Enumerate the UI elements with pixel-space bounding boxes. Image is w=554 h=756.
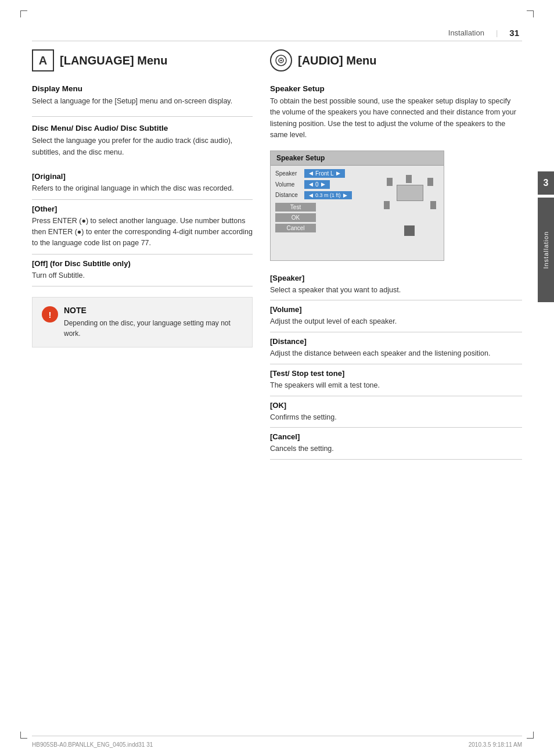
side-tab: Installation: [538, 198, 554, 302]
audio-ok-text: Confirms the setting.: [270, 412, 522, 423]
speaker-row-speaker: Speaker ◀ Front L ▶: [275, 169, 377, 178]
speaker-setup-section: Speaker Setup To obtain the best possibl…: [270, 84, 522, 141]
display-menu-section: Display Menu Select a language for the […: [32, 84, 253, 107]
volume-value-text: 0: [315, 181, 319, 188]
language-section-header: A [LANGUAGE] Menu: [32, 49, 253, 71]
corner-br: [527, 732, 534, 739]
note-icon-symbol: !: [49, 310, 52, 320]
language-item-original: [Original] Refers to the original langua…: [32, 167, 253, 199]
audio-test-text: The speakers will emit a test tone.: [270, 380, 522, 391]
right-column: [AUDIO] Menu Speaker Setup To obtain the…: [270, 49, 522, 724]
speaker-setup-heading: Speaker Setup: [270, 84, 522, 93]
note-content: NOTE Depending on the disc, your languag…: [64, 306, 243, 339]
speaker-value-text: Front L: [315, 170, 334, 177]
speaker-value: ◀ Front L ▶: [304, 169, 345, 178]
audio-section-title: [AUDIO] Menu: [298, 54, 377, 67]
audio-cancel-text: Cancels the setting.: [270, 443, 522, 454]
audio-item-test: [Test/ Stop test tone] The speakers will…: [270, 364, 522, 396]
page-footer: HB905SB-A0.BPANLLK_ENG_0405.indd31 31 20…: [32, 736, 522, 750]
display-menu-text: Select a language for the [Setup] menu a…: [32, 96, 253, 107]
volume-label: Volume: [275, 181, 304, 188]
audio-section-header: [AUDIO] Menu: [270, 49, 522, 71]
speaker-center: [406, 175, 412, 183]
side-number-text: 3: [544, 178, 549, 188]
other-text: Press ENTER (●) to select another langua…: [32, 216, 253, 249]
audio-item-volume: [Volume] Adjust the output level of each…: [270, 300, 522, 332]
audio-volume-label: [Volume]: [270, 305, 522, 314]
volume-value: ◀ 0 ▶: [304, 180, 330, 189]
corner-tr: [527, 10, 534, 17]
audio-item-speaker: [Speaker] Select a speaker that you want…: [270, 269, 522, 301]
language-item-other: [Other] Press ENTER (●) to select anothe…: [32, 200, 253, 255]
page-container: Installation | 31 3 Installation A [LANG…: [0, 0, 554, 756]
page-number: 31: [509, 28, 519, 38]
cancel-button[interactable]: Cancel: [275, 224, 316, 232]
distance-label: Distance: [275, 192, 304, 198]
speaker-label: Speaker: [275, 170, 304, 177]
dist-right-arrow: ▶: [343, 192, 347, 198]
distance-value: ◀ 0.3 m (1 ft) ▶: [304, 191, 352, 199]
original-label: [Original]: [32, 172, 253, 181]
other-label: [Other]: [32, 205, 253, 213]
off-label: [Off] (for Disc Subtitle only): [32, 259, 253, 268]
left-column: A [LANGUAGE] Menu Display Menu Select a …: [32, 49, 253, 724]
display-menu-heading: Display Menu: [32, 84, 253, 93]
speaker-buttons: Test OK Cancel: [275, 203, 377, 232]
speaker-surround-right: [430, 201, 436, 209]
audio-distance-label: [Distance]: [270, 337, 522, 346]
audio-icon-svg: [275, 54, 287, 67]
audio-distance-text: Adjust the distance between each speaker…: [270, 348, 522, 359]
audio-speaker-text: Select a speaker that you want to adjust…: [270, 285, 522, 296]
right-arrow-icon: ▶: [336, 170, 340, 176]
speaker-setup-image: Speaker Setup Speaker ◀ Front L ▶: [270, 151, 444, 261]
speaker-setup-body: Speaker ◀ Front L ▶ Volume ◀: [271, 166, 444, 239]
speaker-visual: [381, 169, 439, 236]
audio-test-label: [Test/ Stop test tone]: [270, 369, 522, 378]
audio-item-ok: [OK] Confirms the setting.: [270, 396, 522, 428]
audio-cancel-label: [Cancel]: [270, 432, 522, 441]
speaker-front-left: [387, 178, 393, 186]
language-section-title: [LANGUAGE] Menu: [60, 54, 168, 67]
speaker-front-right: [427, 178, 433, 186]
speaker-row-distance: Distance ◀ 0.3 m (1 ft) ▶: [275, 191, 377, 199]
footer-left: HB905SB-A0.BPANLLK_ENG_0405.indd31 31: [32, 741, 153, 748]
divider-1: [32, 116, 253, 117]
disc-menu-text: Select the language you prefer for the a…: [32, 135, 253, 158]
speaker-setup-text: To obtain the best possible sound, use t…: [270, 96, 522, 141]
note-box: ! NOTE Depending on the disc, your langu…: [32, 297, 253, 347]
off-text: Turn off Subtitle.: [32, 270, 253, 281]
note-text: Depending on the disc, your language set…: [64, 318, 243, 339]
side-tab-number: 3: [538, 171, 554, 195]
language-item-off: [Off] (for Disc Subtitle only) Turn off …: [32, 255, 253, 286]
speaker-row-volume: Volume ◀ 0 ▶: [275, 180, 377, 189]
corner-tl: [20, 10, 27, 17]
audio-speaker-label: [Speaker]: [270, 274, 522, 282]
test-button[interactable]: Test: [275, 203, 316, 212]
disc-menu-section: Disc Menu/ Disc Audio/ Disc Subtitle Sel…: [32, 124, 253, 158]
svg-point-2: [280, 60, 282, 62]
speaker-diagram: [384, 172, 436, 236]
language-icon: A: [32, 49, 54, 71]
header-title: Installation: [448, 28, 484, 37]
left-arrow-icon: ◀: [309, 170, 313, 176]
speaker-surround-left: [384, 201, 390, 209]
audio-ok-label: [OK]: [270, 401, 522, 410]
ok-button[interactable]: OK: [275, 213, 316, 222]
speaker-controls: Speaker ◀ Front L ▶ Volume ◀: [275, 169, 377, 236]
original-text: Refers to the original language in which…: [32, 183, 253, 194]
header-line: [32, 41, 522, 41]
vol-right-arrow: ▶: [321, 181, 325, 187]
audio-item-distance: [Distance] Adjust the distance between e…: [270, 332, 522, 364]
audio-icon: [270, 49, 292, 71]
audio-item-cancel: [Cancel] Cancels the setting.: [270, 428, 522, 460]
language-icon-letter: A: [39, 54, 47, 67]
note-icon: !: [42, 306, 58, 323]
speaker-subwoofer: [404, 225, 415, 236]
disc-menu-heading: Disc Menu/ Disc Audio/ Disc Subtitle: [32, 124, 253, 132]
speaker-setup-ui-title: Speaker Setup: [276, 154, 325, 162]
vol-left-arrow: ◀: [309, 181, 313, 187]
page-header: Installation | 31: [448, 28, 519, 38]
distance-value-text: 0.3 m (1 ft): [315, 192, 341, 198]
main-content: A [LANGUAGE] Menu Display Menu Select a …: [32, 49, 522, 724]
footer-right: 2010.3.5 9:18:11 AM: [469, 741, 522, 748]
